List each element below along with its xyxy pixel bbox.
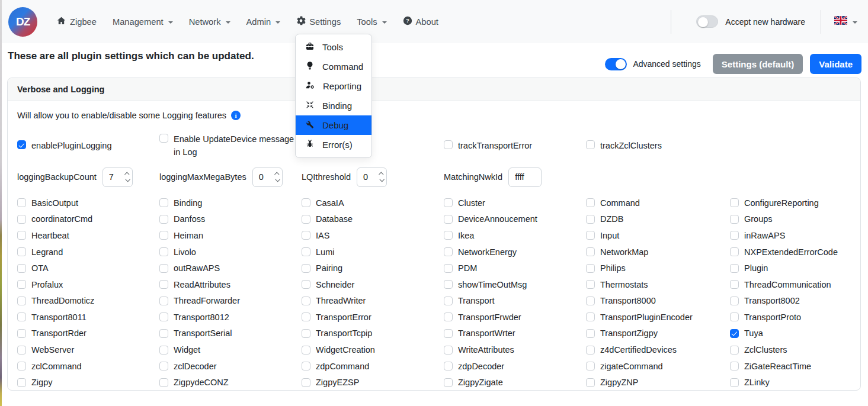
checkbox-label[interactable]: TransportTcpip [316, 328, 372, 338]
checkbox[interactable] [302, 312, 310, 321]
step-up-icon[interactable] [124, 172, 129, 177]
checkbox-label[interactable]: IAS [316, 231, 329, 240]
checkbox[interactable] [159, 378, 168, 387]
checkbox-label[interactable]: ThreadCommunication [744, 280, 831, 289]
checkbox-label[interactable]: DeviceAnnoucement [458, 214, 537, 224]
checkbox-label[interactable]: Plugin [744, 263, 768, 273]
checkbox-label[interactable]: zigateCommand [600, 362, 663, 371]
checkbox-label[interactable]: zdpDecoder [458, 362, 504, 371]
checkbox[interactable] [159, 215, 168, 224]
checkbox-label[interactable]: TransportZigpy [600, 328, 658, 338]
checkbox[interactable] [302, 346, 310, 355]
checkbox-label[interactable]: Tuya [744, 328, 763, 338]
checkbox-label[interactable]: ZigpyEZSP [316, 378, 359, 387]
checkbox-label[interactable]: zclCommand [31, 362, 82, 371]
checkbox-label[interactable]: Transport8000 [600, 296, 656, 305]
checkbox-label[interactable]: Enable UpdateDevice message in Log [174, 133, 295, 159]
checkbox[interactable] [302, 362, 310, 370]
checkbox[interactable] [17, 140, 26, 149]
checkbox-label[interactable]: Philips [600, 263, 626, 273]
checkbox-label[interactable]: CasaIA [316, 198, 344, 208]
checkbox[interactable] [586, 264, 595, 273]
checkbox-label[interactable]: Zigpy [31, 378, 52, 387]
checkbox[interactable] [730, 329, 739, 338]
checkbox[interactable] [302, 297, 310, 305]
checkbox[interactable] [444, 362, 453, 370]
checkbox[interactable] [159, 264, 168, 273]
menu-item-tools[interactable]: Tools [296, 37, 371, 57]
checkbox-label[interactable]: z4dCertifiedDevices [600, 345, 677, 355]
checkbox[interactable] [159, 312, 168, 321]
checkbox-label[interactable]: Command [600, 198, 640, 208]
checkbox-label[interactable]: Thermostats [600, 280, 648, 289]
checkbox[interactable] [159, 198, 168, 207]
checkbox-label[interactable]: WebServer [31, 345, 74, 355]
checkbox[interactable] [730, 247, 739, 256]
checkbox[interactable] [17, 346, 26, 355]
stepper-arrows[interactable] [276, 172, 279, 182]
checkbox-label[interactable]: BasicOutput [31, 198, 78, 208]
menu-item-binding[interactable]: Binding [296, 96, 371, 115]
validate-button[interactable]: Validate [810, 54, 861, 74]
checkbox-label[interactable]: Legrand [31, 247, 63, 257]
checkbox[interactable] [586, 247, 595, 256]
language-selector[interactable] [834, 16, 857, 27]
menu-item-command[interactable]: Command [296, 57, 371, 76]
checkbox-label[interactable]: TransportPluginEncoder [600, 312, 693, 322]
checkbox-label[interactable]: Widget [174, 345, 200, 355]
checkbox[interactable] [159, 280, 168, 289]
checkbox[interactable] [302, 329, 310, 338]
checkbox-label[interactable]: TransportProto [744, 312, 801, 322]
nav-item-admin[interactable]: Admin [246, 17, 281, 27]
menu-item-reporting[interactable]: Reporting [296, 76, 371, 96]
step-up-icon[interactable] [379, 172, 383, 177]
checkbox[interactable] [444, 264, 453, 273]
step-down-icon[interactable] [379, 177, 384, 182]
info-icon[interactable]: i [231, 111, 241, 120]
checkbox-label[interactable]: Danfoss [174, 214, 205, 224]
checkbox-label[interactable]: TransportError [316, 312, 371, 322]
step-up-icon[interactable] [274, 172, 279, 177]
stepper-arrows[interactable] [380, 172, 383, 182]
checkbox-label[interactable]: ZLinky [744, 378, 770, 387]
checkbox-label[interactable]: Heiman [174, 231, 203, 240]
checkbox[interactable] [730, 346, 739, 355]
checkbox[interactable] [730, 215, 739, 224]
checkbox-label[interactable]: TransportRder [31, 328, 87, 338]
checkbox[interactable] [730, 264, 739, 273]
checkbox-label[interactable]: zclDecoder [174, 362, 217, 371]
checkbox-label[interactable]: Lumi [316, 247, 334, 257]
checkbox-label[interactable]: ThreadForwarder [174, 296, 240, 305]
checkbox-label[interactable]: WriteAttributes [458, 345, 514, 355]
checkbox-label[interactable]: Input [600, 231, 619, 240]
checkbox[interactable] [302, 215, 310, 224]
checkbox[interactable] [586, 378, 595, 387]
checkbox[interactable] [586, 297, 595, 305]
checkbox[interactable] [17, 231, 26, 240]
checkbox[interactable] [159, 329, 168, 338]
checkbox[interactable] [730, 198, 739, 207]
checkbox[interactable] [444, 140, 453, 149]
step-down-icon[interactable] [275, 177, 280, 182]
checkbox[interactable] [586, 346, 595, 355]
nav-item-settings[interactable]: Settings [296, 16, 341, 27]
checkbox-label[interactable]: NXPExtendedErrorCode [744, 247, 838, 257]
checkbox[interactable] [17, 312, 26, 321]
checkbox[interactable] [17, 247, 26, 256]
checkbox[interactable] [302, 264, 310, 273]
number-input-lqithreshold[interactable]: 0 [357, 167, 387, 187]
checkbox[interactable] [444, 247, 453, 256]
checkbox-label[interactable]: inRawAPS [744, 231, 785, 240]
checkbox-label[interactable]: ThreadDomoticz [31, 296, 94, 305]
checkbox[interactable] [17, 297, 26, 305]
checkbox-label[interactable]: WidgetCreation [316, 345, 375, 355]
checkbox[interactable] [444, 280, 453, 289]
checkbox[interactable] [302, 280, 310, 289]
checkbox[interactable] [159, 134, 168, 143]
accept-new-hardware-toggle[interactable] [696, 15, 718, 28]
checkbox-label[interactable]: Pairing [316, 263, 342, 273]
nav-item-management[interactable]: Management [113, 17, 173, 27]
checkbox[interactable] [159, 346, 168, 355]
checkbox-label[interactable]: outRawAPS [174, 263, 220, 273]
checkbox-label[interactable]: ThreadWriter [316, 296, 366, 305]
